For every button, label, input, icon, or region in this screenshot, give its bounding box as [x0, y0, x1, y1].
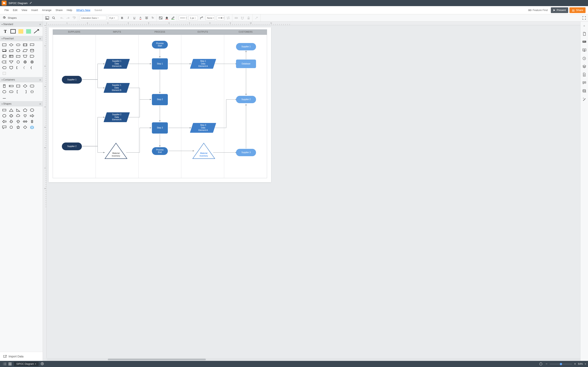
paint-format-icon[interactable]	[72, 16, 76, 20]
node-customer-database[interactable]: Database	[236, 59, 256, 68]
swap-ends-icon[interactable]	[226, 16, 231, 20]
zoom-value[interactable]: 64%	[578, 363, 583, 365]
fc-process-icon[interactable]	[1, 42, 7, 47]
ct-bracket-l-icon[interactable]	[15, 89, 21, 94]
sh-arrow-l-icon[interactable]	[1, 119, 7, 124]
fc-manualinput-icon[interactable]	[8, 48, 14, 53]
rename-icon[interactable]	[30, 1, 32, 5]
menu-help[interactable]: Help	[65, 7, 74, 13]
ct-rounded-icon[interactable]	[29, 83, 35, 89]
list-view-icon[interactable]	[2, 363, 7, 365]
comments-panel-icon[interactable]: ❝❞	[582, 40, 587, 44]
insert-image-icon[interactable]	[45, 16, 49, 20]
fc-connector-icon[interactable]	[15, 59, 21, 64]
fc-data-icon[interactable]	[22, 48, 28, 53]
fc-document-icon[interactable]	[29, 42, 35, 47]
text-color-icon[interactable]: A	[138, 16, 143, 20]
node-input-3[interactable]: Supplier 2 Data Element A	[104, 112, 130, 122]
zoom-out-icon[interactable]: −	[545, 362, 547, 366]
redo-icon[interactable]	[66, 16, 70, 20]
shapes-manager-button[interactable]: Shapes	[0, 14, 43, 21]
font-family-select[interactable]: Liberation Sans ▾	[80, 16, 106, 20]
font-size-select[interactable]: 8 pt ▾	[108, 16, 118, 20]
sh-arrow-r-icon[interactable]	[29, 113, 35, 118]
sh-burst-icon[interactable]: NEW	[29, 125, 35, 130]
line-width-select[interactable]: 1 px ▴▾	[189, 16, 198, 20]
node-step-2[interactable]: Step 2	[152, 94, 168, 105]
wrench-icon[interactable]	[254, 16, 259, 20]
fill-color-icon[interactable]	[164, 16, 169, 20]
node-input-2[interactable]: Supplier 1 Data Element B	[104, 83, 130, 93]
fullscreen-icon[interactable]	[582, 16, 586, 20]
bold-icon[interactable]: B	[120, 16, 124, 20]
close-icon[interactable]: ×	[39, 78, 41, 82]
menu-view[interactable]: View	[19, 7, 29, 13]
data-panel-icon[interactable]	[582, 89, 587, 93]
fc-annotation-icon[interactable]	[15, 65, 21, 70]
line-routing-icon[interactable]	[199, 16, 204, 20]
canvas-scroll[interactable]: SUPPLIERS INPUTS PROCESS OUTPUTS CUSTOME…	[47, 25, 580, 358]
line-style-select[interactable]: ▾	[179, 16, 187, 20]
sh-cloud-icon[interactable]	[15, 113, 21, 118]
ct-circle-icon[interactable]	[1, 89, 7, 94]
scrollbar-thumb[interactable]	[108, 359, 206, 360]
node-customer-3[interactable]: Supplier 3	[236, 149, 256, 156]
node-step-3[interactable]: Step 3	[152, 122, 168, 133]
document-title[interactable]: SIPOC Diagram	[9, 2, 27, 5]
node-step-1[interactable]: Step 1	[152, 58, 168, 69]
magnet-icon[interactable]	[240, 16, 245, 20]
present-panel-icon[interactable]	[582, 48, 587, 53]
fc-note-icon[interactable]	[1, 71, 7, 76]
close-icon[interactable]: ×	[39, 37, 41, 40]
sh-circle-icon[interactable]	[8, 125, 14, 130]
sh-callout-icon[interactable]	[1, 125, 7, 130]
fc-delay-icon[interactable]	[29, 54, 35, 59]
rect-shape-icon[interactable]	[10, 29, 16, 34]
collapse-rail-icon[interactable]: «	[582, 23, 587, 28]
page[interactable]: SUPPLIERS INPUTS PROCESS OUTPUTS CUSTOME…	[49, 27, 271, 182]
menu-edit[interactable]: Edit	[11, 7, 19, 13]
add-page-icon[interactable]	[41, 362, 44, 366]
border-color-icon[interactable]	[171, 16, 175, 20]
zoom-level-icon[interactable]	[538, 362, 544, 366]
node-output-3[interactable]: Step 3 Data Element A	[190, 123, 216, 133]
sh-righttri-icon[interactable]	[15, 108, 21, 113]
fc-summing-icon[interactable]	[29, 59, 35, 64]
sh-triangle-icon[interactable]	[8, 108, 14, 113]
fc-annotation2-icon[interactable]	[22, 65, 28, 70]
line-end-none-select[interactable]: None ▾	[206, 16, 215, 20]
ct-rect-icon[interactable]	[15, 83, 21, 89]
page-tab[interactable]: SIPOC Diagram ▾	[14, 362, 39, 366]
node-input-1[interactable]: Supplier 1 Data Element A	[104, 59, 130, 69]
ct-line-icon[interactable]	[1, 95, 7, 100]
fc-multidoc-icon[interactable]	[1, 48, 7, 53]
fc-or-icon[interactable]	[22, 59, 28, 64]
fc-offpage-icon[interactable]	[8, 65, 14, 70]
node-supplier-1[interactable]: Supplier 1	[62, 76, 82, 83]
menu-whats-new[interactable]: What's New	[74, 7, 93, 13]
chevron-down-icon[interactable]: ▾	[585, 363, 586, 365]
sh-arrow-u-icon[interactable]	[15, 119, 21, 124]
undo-icon[interactable]	[60, 16, 64, 20]
node-output-1[interactable]: Step 1 Data Element A	[190, 59, 216, 69]
menu-insert[interactable]: Insert	[29, 7, 40, 13]
ct-swimlane-h-icon[interactable]	[8, 83, 14, 89]
history-panel-icon[interactable]	[582, 56, 587, 61]
zoom-in-icon[interactable]: +	[574, 362, 576, 366]
node-process-end[interactable]: Process End	[152, 147, 168, 155]
import-data-button[interactable]: Import Data	[0, 352, 43, 361]
underline-icon[interactable]: U	[132, 16, 137, 20]
present-button[interactable]: Present	[551, 7, 568, 13]
menu-share[interactable]: Share	[53, 7, 65, 13]
sh-arrow-lr-icon[interactable]	[22, 119, 28, 124]
node-customer-2[interactable]: Supplier 2	[236, 96, 256, 103]
horizontal-scrollbar[interactable]	[47, 358, 580, 361]
document-panel-icon[interactable]	[582, 72, 587, 77]
sh-star-icon[interactable]	[15, 125, 21, 130]
text-options-icon[interactable]: T▸	[150, 16, 155, 20]
node-supplier-2[interactable]: Supplier 2	[62, 142, 82, 150]
fc-papertape-icon[interactable]	[15, 54, 21, 59]
shape-fill-none-icon[interactable]	[158, 16, 163, 20]
fc-storeddata-icon[interactable]	[1, 59, 7, 64]
lock-icon[interactable]	[246, 16, 251, 20]
